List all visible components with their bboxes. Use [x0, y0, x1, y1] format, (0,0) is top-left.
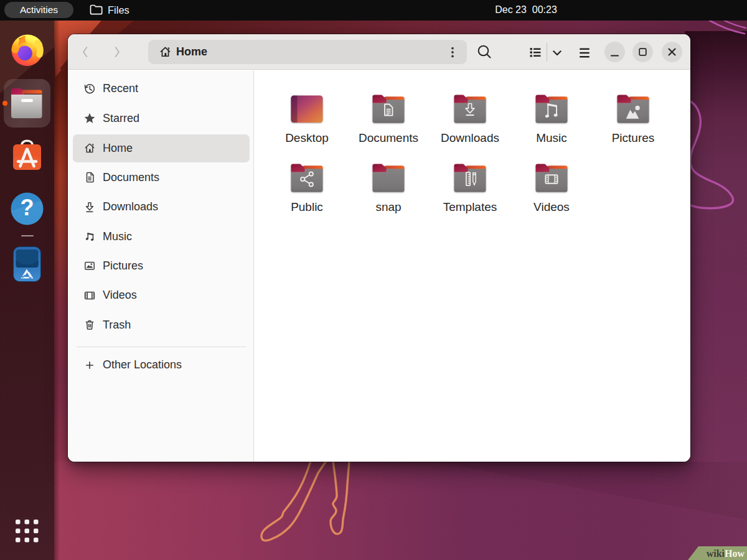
- svg-text:?: ?: [21, 195, 34, 220]
